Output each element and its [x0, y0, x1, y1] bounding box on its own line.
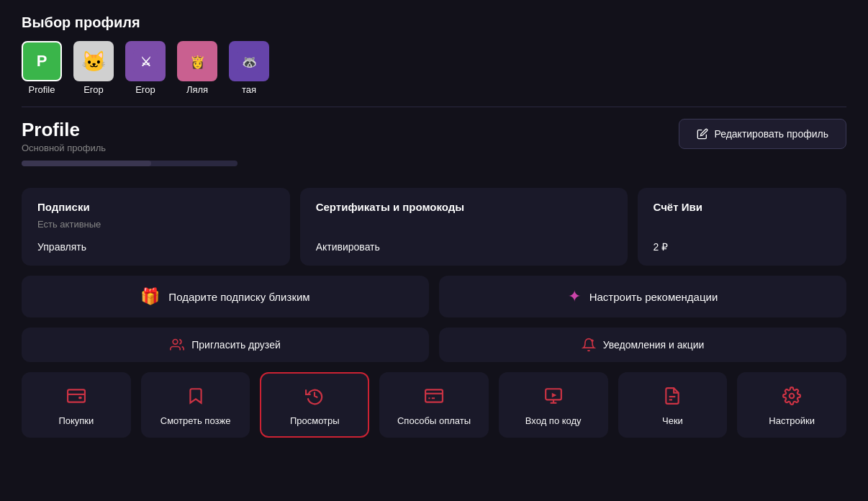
history-label: Просмотры — [290, 415, 340, 426]
avatar-raccoon: 🦝 — [229, 41, 269, 81]
notifications-button[interactable]: Уведомления и акции — [439, 328, 846, 362]
page-container: Выбор профиля P Profile 🐱 Егор ⚔ Егор — [0, 0, 868, 452]
current-profile-info: Profile Основной профиль — [22, 119, 238, 181]
gift-subscription-label: Подарите подписку близким — [168, 291, 309, 303]
actions-grid: Покупки Смотреть позже Просмотры — [22, 372, 846, 438]
action-payment[interactable]: Способы оплаты — [379, 372, 489, 438]
profile-avatars: P Profile 🐱 Егор ⚔ Егор 👸 — [22, 41, 846, 95]
svg-rect-8 — [68, 389, 85, 402]
profile-selector-title: Выбор профиля — [22, 14, 846, 31]
star-icon: ✦ — [568, 287, 581, 306]
profile-avatar-item[interactable]: ⚔ Егор — [125, 41, 166, 95]
history-icon — [305, 387, 324, 408]
users-icon — [170, 338, 184, 352]
certificates-card-title: Сертификаты и промокоды — [316, 201, 612, 213]
codeinput-label: Вход по коду — [525, 415, 582, 426]
profile-progress-bar — [22, 161, 238, 166]
account-card-title: Счёт Иви — [654, 201, 831, 213]
divider — [22, 107, 846, 107]
wallet-icon — [67, 387, 86, 408]
edit-profile-label: Редактировать профиль — [714, 128, 828, 140]
card-icon — [425, 387, 443, 408]
action-codeinput[interactable]: Вход по коду — [499, 372, 608, 438]
invite-row: Пригласить друзей Уведомления и акции — [22, 328, 846, 362]
avatar-girl: 👸 — [177, 41, 217, 81]
edit-icon — [697, 128, 708, 140]
avatar-name-profile: Profile — [29, 84, 55, 95]
svg-point-19 — [790, 394, 795, 399]
action-watchlater[interactable]: Смотреть позже — [141, 372, 250, 438]
notifications-label: Уведомления и акции — [603, 339, 705, 351]
svg-text:🦝: 🦝 — [242, 55, 258, 70]
receipt-icon — [663, 387, 682, 408]
profile-avatar-item[interactable]: 🐱 Егор — [73, 41, 114, 95]
subscriptions-card-subtitle: Есть активные — [37, 219, 274, 230]
payment-label: Способы оплаты — [397, 415, 471, 426]
certificates-card[interactable]: Сертификаты и промокоды Активировать — [300, 188, 628, 266]
svg-text:⚔: ⚔ — [140, 55, 151, 69]
gift-icon: 🎁 — [140, 287, 160, 306]
svg-point-6 — [173, 340, 178, 345]
avatar-name-egor2: Егор — [135, 84, 155, 95]
purchases-label: Покупки — [58, 415, 94, 426]
receipts-label: Чеки — [662, 415, 683, 426]
profile-avatar-item[interactable]: 👸 Ляля — [177, 41, 217, 95]
play-icon — [544, 387, 563, 408]
avatar-cat: 🐱 — [73, 41, 114, 81]
action-settings[interactable]: Настройки — [737, 372, 846, 438]
banner-row: 🎁 Подарите подписку близким ✦ Настроить … — [22, 276, 846, 317]
svg-text:👸: 👸 — [190, 55, 206, 70]
gift-subscription-button[interactable]: 🎁 Подарите подписку близким — [22, 276, 429, 317]
invite-friends-label: Пригласить друзей — [191, 339, 281, 351]
bell-icon — [582, 338, 596, 352]
svg-rect-11 — [425, 389, 443, 402]
bookmark-icon — [186, 387, 205, 408]
account-balance: 2 ₽ — [654, 241, 831, 253]
avatar-name-lyalya: Ляля — [186, 84, 208, 95]
svg-point-7 — [591, 340, 593, 342]
current-profile-subtitle: Основной профиль — [22, 143, 238, 153]
watchlater-label: Смотреть позже — [161, 415, 231, 426]
gear-icon — [782, 387, 801, 408]
action-receipts[interactable]: Чеки — [618, 372, 728, 438]
avatar-name-egor1: Егор — [83, 84, 104, 95]
settings-label: Настройки — [769, 415, 815, 426]
subscriptions-card-title: Подписки — [37, 201, 274, 213]
progress-bar-fill — [22, 161, 151, 166]
current-profile-name: Profile — [22, 119, 238, 141]
invite-friends-button[interactable]: Пригласить друзей — [22, 328, 429, 362]
edit-profile-button[interactable]: Редактировать профиль — [679, 119, 846, 149]
profile-avatar-item[interactable]: P Profile — [22, 41, 62, 95]
subscriptions-card[interactable]: Подписки Есть активные Управлять — [22, 188, 290, 266]
recommendations-button[interactable]: ✦ Настроить рекомендации — [439, 276, 846, 317]
avatar-warrior: ⚔ — [125, 41, 166, 81]
action-purchases[interactable]: Покупки — [22, 372, 131, 438]
account-card[interactable]: Счёт Иви 2 ₽ — [638, 188, 847, 266]
cards-row: Подписки Есть активные Управлять Сертифи… — [22, 188, 846, 266]
current-profile-section: Profile Основной профиль Редактировать п… — [22, 119, 846, 181]
certificates-card-link[interactable]: Активировать — [316, 241, 612, 253]
avatar-green: P — [22, 41, 62, 81]
recommendations-label: Настроить рекомендации — [589, 291, 718, 303]
avatar-name-taya: тая — [242, 84, 256, 95]
action-history[interactable]: Просмотры — [260, 372, 369, 438]
svg-marker-16 — [552, 393, 557, 398]
svg-rect-10 — [78, 397, 81, 399]
profile-avatar-item[interactable]: 🦝 тая — [229, 41, 269, 95]
subscriptions-card-link[interactable]: Управлять — [37, 241, 274, 253]
